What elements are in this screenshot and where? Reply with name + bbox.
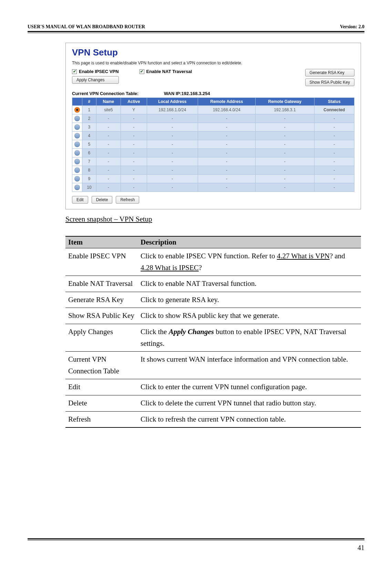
desc-item: Apply Changes — [65, 324, 138, 351]
apply-changes-button[interactable]: Apply Changes — [72, 76, 119, 84]
desc-item: Current VPN Connection Table — [65, 352, 138, 379]
col-remote: Remote Address — [198, 98, 256, 106]
row-radio[interactable] — [72, 157, 82, 166]
cell-gateway: 192.168.3.1 — [256, 106, 314, 114]
screenshot-caption: Screen snapshot – VPN Setup — [65, 215, 361, 224]
cell-num: 4 — [82, 132, 96, 140]
radio-icon — [74, 150, 80, 156]
table-row: 4------ — [72, 132, 354, 140]
page-footer: 41 — [28, 538, 364, 552]
description-table: Item Description Enable IPSEC VPNClick t… — [65, 236, 361, 428]
row-radio[interactable] — [72, 114, 82, 123]
cell-remote: - — [198, 175, 256, 183]
page-number: 41 — [28, 544, 364, 552]
cell-name: - — [96, 183, 121, 192]
delete-button[interactable]: Delete — [92, 196, 113, 204]
table-row: 8------ — [72, 166, 354, 175]
edit-button[interactable]: Edit — [72, 196, 88, 204]
row-radio[interactable] — [72, 175, 82, 183]
desc-text: Click to generate RSA key. — [138, 292, 361, 308]
page-header: USER'S MANUAL OF WLAN BROADBAND ROUTER V… — [28, 24, 364, 31]
radio-icon — [74, 185, 80, 190]
cell-num: 9 — [82, 175, 96, 183]
cell-gateway: - — [256, 149, 314, 157]
cell-name: site5 — [96, 106, 121, 114]
row-radio[interactable] — [72, 166, 82, 175]
vpn-table-label: Current VPN Connection Table: WAN IP:192… — [72, 91, 354, 96]
desc-head-item: Item — [65, 236, 138, 248]
cell-local: - — [147, 183, 198, 192]
generate-rsa-button[interactable]: Generate RSA Key — [305, 69, 354, 76]
cell-gateway: - — [256, 123, 314, 132]
desc-row: RefreshClick to refresh the current VPN … — [65, 411, 361, 427]
header-rule-thick — [28, 31, 364, 32]
cell-remote: 192.168.4.0/24 — [198, 106, 256, 114]
radio-icon — [74, 107, 80, 113]
row-radio[interactable] — [72, 140, 82, 149]
col-gateway: Remote Gateway — [256, 98, 314, 106]
cell-status: Connected — [314, 106, 354, 114]
col-status: Status — [314, 98, 354, 106]
cell-name: - — [96, 114, 121, 123]
cell-local: - — [147, 157, 198, 166]
col-num: # — [82, 98, 96, 106]
enable-nat-checkbox[interactable]: ✔ Enable NAT Traversal — [140, 69, 192, 74]
refresh-button[interactable]: Refresh — [116, 196, 139, 204]
desc-text: Click to enable IPSEC VPN function. Refe… — [138, 248, 361, 276]
cell-num: 2 — [82, 114, 96, 123]
cell-active: - — [121, 183, 147, 192]
cell-active: - — [121, 123, 147, 132]
cell-active: - — [121, 157, 147, 166]
desc-item: Enable IPSEC VPN — [65, 248, 138, 276]
table-row: 7------ — [72, 157, 354, 166]
cell-local: 192.168.1.0/24 — [147, 106, 198, 114]
row-radio[interactable] — [72, 123, 82, 132]
link-what-is-ipsec[interactable]: 4.28 What is IPSEC — [141, 263, 199, 272]
row-radio[interactable] — [72, 106, 82, 114]
cell-gateway: - — [256, 140, 314, 149]
cell-name: - — [96, 132, 121, 140]
desc-item: Refresh — [65, 411, 138, 427]
row-radio[interactable] — [72, 183, 82, 192]
cell-num: 5 — [82, 140, 96, 149]
cell-active: - — [121, 149, 147, 157]
emphasis-apply-changes: Apply Changes — [169, 328, 214, 336]
enable-ipsec-checkbox[interactable]: ✔ Enable IPSEC VPN — [72, 69, 119, 74]
table-row: 3------ — [72, 123, 354, 132]
col-active: Active — [121, 98, 147, 106]
cell-active: Y — [121, 106, 147, 114]
desc-row: EditClick to enter the current VPN tunne… — [65, 379, 361, 395]
desc-row: Enable IPSEC VPNClick to enable IPSEC VP… — [65, 248, 361, 276]
wan-ip-label: WAN IP:192.168.3.254 — [164, 91, 210, 96]
cell-num: 3 — [82, 123, 96, 132]
link-what-is-vpn[interactable]: 4.27 What is VPN — [277, 252, 330, 260]
radio-icon — [74, 133, 80, 138]
col-local: Local Address — [147, 98, 198, 106]
table-row: 10------ — [72, 183, 354, 192]
desc-row: Apply ChangesClick the Apply Changes but… — [65, 324, 361, 351]
table-row: 6------ — [72, 149, 354, 157]
table-row: 9------ — [72, 175, 354, 183]
cell-name: - — [96, 140, 121, 149]
desc-text: It shows current WAN interface informati… — [138, 352, 361, 379]
cell-remote: - — [198, 132, 256, 140]
radio-icon — [74, 116, 80, 121]
cell-local: - — [147, 140, 198, 149]
cell-status: - — [314, 123, 354, 132]
desc-text: Click to enable NAT Traversal function. — [138, 276, 361, 292]
row-radio[interactable] — [72, 149, 82, 157]
desc-row: Generate RSA KeyClick to generate RSA ke… — [65, 292, 361, 308]
radio-icon — [74, 142, 80, 147]
cell-gateway: - — [256, 175, 314, 183]
desc-row: DeleteClick to delete the current VPN tu… — [65, 395, 361, 411]
desc-text: Click to delete the current VPN tunnel t… — [138, 395, 361, 411]
vpn-setup-screenshot: VPN Setup This page is used to enable/di… — [65, 43, 361, 209]
vpn-description: This page is used to enable/disable VPN … — [72, 61, 354, 65]
desc-row: Current VPN Connection TableIt shows cur… — [65, 352, 361, 379]
row-radio[interactable] — [72, 132, 82, 140]
show-rsa-button[interactable]: Show RSA Public Key — [305, 79, 354, 86]
checkbox-icon: ✔ — [140, 69, 144, 74]
cell-gateway: - — [256, 132, 314, 140]
checkbox-icon: ✔ — [72, 69, 77, 74]
cell-name: - — [96, 149, 121, 157]
